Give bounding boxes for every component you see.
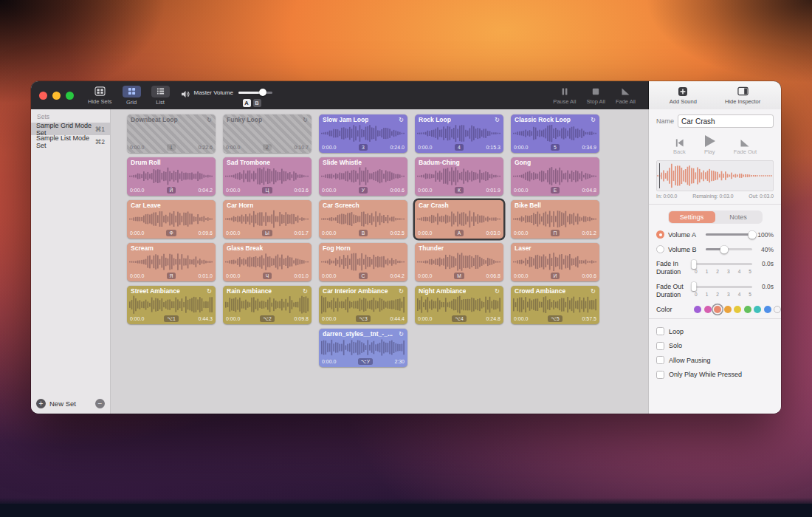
tile-elapsed: 0:00.0 [514, 230, 528, 236]
pause-all-button[interactable]: Pause All [548, 86, 581, 105]
checkbox-only-play-while-pressed[interactable]: Only Play While Pressed [656, 371, 774, 379]
tile-waveform [513, 124, 597, 143]
name-input[interactable] [678, 114, 774, 128]
sound-tile[interactable]: Laser0:00.0И0:00.6 [511, 243, 599, 281]
sound-tile[interactable]: Rain Ambiance↻0:00.0⌥20:09.8 [223, 286, 312, 324]
tile-title: Drum Roll [131, 160, 161, 166]
sound-tile[interactable]: Bike Bell0:00.0П0:01.2 [511, 200, 599, 239]
tile-waveform [129, 253, 213, 271]
color-swatch-green[interactable] [744, 306, 751, 313]
tile-duration: 0:09.8 [295, 316, 309, 321]
sidebar-item[interactable]: Sample Grid Mode Set⌘1 [31, 123, 110, 135]
back-button[interactable]: Back [673, 134, 686, 155]
tile-key-badge: Я [167, 273, 176, 280]
sound-tile[interactable]: Car Crash0:00.0А0:03.0 [415, 200, 503, 239]
sound-tile[interactable]: Funky Loop↻0:00.020:10.7 [223, 114, 312, 153]
play-icon [703, 134, 716, 148]
tile-duration: 0:10.7 [295, 145, 309, 150]
color-swatch-yellow[interactable] [734, 306, 741, 313]
checkbox-box[interactable] [656, 356, 664, 364]
color-swatch-blue[interactable] [764, 306, 771, 313]
master-volume-knob[interactable] [259, 89, 266, 96]
sound-tile[interactable]: Slide Whistle0:00.0У0:00.6 [319, 157, 407, 196]
sound-tile[interactable]: Night Ambiance↻0:00.0⌥40:24.8 [415, 286, 503, 324]
color-swatch-salmon[interactable] [714, 306, 721, 313]
checkbox-box[interactable] [656, 342, 664, 350]
tile-duration: 0:44.4 [390, 316, 405, 321]
minimize-button[interactable] [52, 92, 61, 100]
color-swatch-orange[interactable] [724, 306, 732, 313]
hide-sets-button[interactable]: Hide Sets [83, 86, 117, 105]
zoom-button[interactable] [66, 92, 74, 100]
inspector-waveform[interactable] [656, 160, 774, 191]
grid-view-button[interactable]: Grid [117, 86, 146, 106]
sound-tile[interactable]: darren_styles__tnt_-_...↻0:00.0⌥У2:30 [319, 329, 407, 367]
toolbar-inspector-section: Add Sound Hide Inspector [648, 81, 781, 109]
sound-tile[interactable]: Downbeat Loop↻0:00.010:22.6 [127, 114, 216, 153]
sound-tile[interactable]: Glass Break0:00.0Ч0:01.0 [223, 243, 312, 281]
master-volume-slider[interactable] [238, 92, 272, 94]
add-set-icon[interactable]: + [36, 399, 46, 408]
sound-tile[interactable]: Sad Trombone0:00.0Ц0:03.6 [223, 157, 312, 196]
volume-b-slider[interactable] [706, 248, 752, 250]
master-volume-label: Master Volume [194, 89, 233, 96]
tab-notes[interactable]: Notes [715, 211, 762, 223]
sound-tile[interactable]: Crowd Ambiance↻0:00.0⌥50:57.5 [511, 286, 599, 324]
remove-set-button[interactable]: − [95, 399, 105, 408]
sound-tile[interactable]: Car Horn0:00.0Ы0:01.7 [223, 200, 312, 239]
close-button[interactable] [39, 92, 47, 100]
tile-duration: 0:01.0 [199, 273, 213, 278]
sound-tile[interactable]: Thunder0:00.0М0:06.8 [415, 243, 503, 281]
play-button[interactable]: Play [703, 134, 716, 155]
tab-settings[interactable]: Settings [669, 211, 715, 223]
sidebar-item[interactable]: Sample List Mode Set⌘2 [31, 135, 110, 148]
stop-all-button[interactable]: Stop All [581, 86, 610, 105]
fade-in-knob[interactable] [692, 260, 697, 269]
checkbox-box[interactable] [656, 327, 664, 335]
tile-elapsed: 0:00.0 [418, 316, 432, 321]
volume-a-slider[interactable] [706, 233, 752, 236]
volume-a-radio[interactable] [656, 230, 664, 239]
sound-tile[interactable]: Car Screech0:00.0В0:02.5 [319, 200, 407, 239]
sound-tile[interactable]: Badum-Ching0:00.0К0:01.9 [415, 157, 503, 196]
sound-tile[interactable]: Slow Jam Loop↻0:00.030:24.0 [319, 114, 407, 153]
sound-tile[interactable]: Scream0:00.0Я0:01.0 [127, 243, 216, 281]
color-swatch-teal[interactable] [754, 306, 761, 313]
color-swatch-pink[interactable] [704, 306, 712, 313]
sound-tile[interactable]: Fog Horn0:00.0С0:04.2 [319, 243, 407, 281]
sound-tile[interactable]: Classic Rock Loop↻0:00.050:34.9 [511, 114, 599, 153]
color-swatch-purple[interactable] [694, 306, 701, 313]
sound-tile[interactable]: Car Leave0:00.0Ф0:09.6 [127, 200, 216, 239]
fade-in-row: Fade InDuration 012345 0.0s [656, 260, 774, 276]
sound-tile[interactable]: Gong0:00.0Е0:04.8 [511, 157, 599, 196]
new-set-button[interactable]: New Set [49, 400, 76, 408]
fade-out-knob[interactable] [692, 282, 697, 291]
checkbox-box[interactable] [656, 371, 664, 379]
sound-tile[interactable]: Car Interior Ambiance↻0:00.0⌥30:44.4 [319, 286, 407, 324]
list-view-button[interactable]: List [146, 86, 175, 106]
fade-in-slider[interactable] [694, 263, 752, 265]
fade-all-button[interactable]: Fade All [610, 86, 641, 105]
hide-inspector-button[interactable]: Hide Inspector [720, 86, 765, 105]
tick-label: 5 [749, 269, 751, 274]
sound-tile[interactable]: Rock Loop↻0:00.040:15.3 [415, 114, 503, 153]
color-swatch-none[interactable] [774, 306, 781, 313]
output-a-badge[interactable]: A [243, 99, 251, 107]
checkbox-allow-pausing[interactable]: Allow Pausing [656, 356, 774, 364]
tile-title: Gong [515, 160, 531, 166]
sound-tile[interactable]: Drum Roll0:00.0Й0:04.2 [127, 157, 216, 196]
checkbox-solo[interactable]: Solo [656, 342, 774, 350]
tile-duration: 0:24.8 [486, 316, 500, 321]
sound-tile[interactable]: Street Ambiance↻0:00.0⌥10:44.3 [127, 286, 216, 324]
volume-b-radio[interactable] [656, 245, 664, 253]
volume-a-knob[interactable] [749, 230, 757, 239]
volume-b-row: Volume B 40% [656, 245, 774, 253]
fade-out-inspector-button[interactable]: Fade Out [734, 134, 757, 155]
add-sound-button[interactable]: Add Sound [664, 86, 702, 105]
fade-out-slider[interactable] [694, 286, 752, 288]
checkbox-loop[interactable]: Loop [656, 327, 774, 335]
output-b-badge[interactable]: B [253, 99, 261, 107]
set-shortcut: ⌘2 [95, 138, 105, 145]
tile-duration: 0:04.2 [199, 188, 213, 193]
volume-b-knob[interactable] [720, 245, 729, 253]
